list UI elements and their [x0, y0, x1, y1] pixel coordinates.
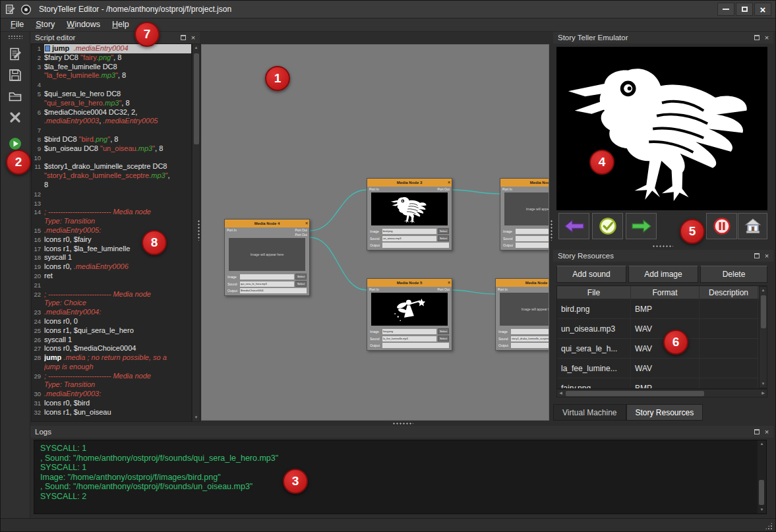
editor-line[interactable]: Type: Choice	[32, 299, 191, 308]
editor-line[interactable]: 28jump .media ; no return possible, so a	[32, 353, 191, 363]
forward-button[interactable]	[626, 213, 657, 239]
confirm-button[interactable]	[592, 213, 623, 239]
home-button[interactable]	[738, 213, 767, 239]
editor-line[interactable]: 21	[32, 281, 191, 290]
select-button[interactable]: Select	[438, 235, 449, 241]
editor-line[interactable]: 4	[32, 80, 191, 90]
maximize-button[interactable]	[736, 3, 753, 16]
scrollbar-thumb[interactable]	[761, 295, 766, 328]
splitter-handle[interactable]	[197, 220, 200, 241]
scroll-down-icon[interactable]: ▼	[760, 380, 767, 388]
add-sound-button[interactable]: Add sound	[556, 266, 626, 283]
script-editor-close-button[interactable]: ×	[189, 34, 197, 42]
delete-button[interactable]: Delete	[700, 266, 767, 283]
close-project-button[interactable]	[5, 107, 26, 127]
editor-line[interactable]: 8$bird DC8 "bird.png", 8	[32, 135, 191, 144]
editor-line[interactable]: "qui_sera_le_hero.mp3", 8	[32, 99, 191, 108]
editor-line[interactable]: 30.mediaEntry0003:	[32, 390, 191, 399]
close-button[interactable]: ×	[754, 3, 771, 16]
menu-file[interactable]: File	[5, 18, 30, 31]
graph-node-media-node-5[interactable]: Media Node 5×Port InPort OutImagefairy.p…	[367, 278, 452, 351]
titlebar[interactable]: StoryTeller Editor - /home/anthony/ostpr…	[1, 1, 775, 18]
editor-line[interactable]: 1jump .mediaEntry0004	[32, 44, 191, 53]
editor-line[interactable]: 23.mediaEntry0004:	[32, 308, 191, 317]
minimize-button[interactable]	[717, 3, 734, 16]
editor-line[interactable]: 29; -------------------------- Media nod…	[32, 372, 191, 381]
tab-virtual-machine[interactable]: Virtual Machine	[553, 404, 626, 421]
scroll-down-icon[interactable]: ▼	[758, 506, 766, 514]
editor-line[interactable]: 12	[32, 190, 191, 199]
select-button[interactable]: Select	[438, 328, 449, 334]
logs-float-button[interactable]	[753, 428, 761, 436]
node-close-icon[interactable]: ×	[305, 220, 308, 227]
editor-line[interactable]: 7	[32, 126, 191, 135]
scrollbar-thumb[interactable]	[759, 480, 764, 505]
column-header-format[interactable]: Format	[631, 286, 700, 299]
select-button[interactable]: Select	[438, 336, 449, 341]
editor-line[interactable]: 31lcons r0, $bird	[32, 399, 191, 408]
script-editor-float-button[interactable]	[179, 34, 187, 42]
menu-story[interactable]: Story	[30, 18, 61, 31]
node-close-icon[interactable]: ×	[448, 179, 450, 187]
graph-node-media-node-3[interactable]: Media Node 3×Port InPort OutImagebird.pn…	[367, 178, 452, 251]
table-row[interactable]: bird.pngBMP	[557, 299, 767, 319]
node-close-icon[interactable]: ×	[448, 279, 450, 287]
node-canvas[interactable]: Media Node 4×Port InPort OutPort OutImag…	[201, 44, 549, 421]
editor-line[interactable]: "story1_drako_luminelle_sceptre.mp3",	[32, 171, 191, 181]
scroll-up-icon[interactable]: ▲	[758, 440, 766, 448]
graph-node-media-node-6[interactable]: Media Node 6×Port InPort OutImage will a…	[495, 278, 549, 351]
editor-line[interactable]: Type: Transition	[32, 217, 191, 226]
scroll-up-icon[interactable]: ▲	[760, 287, 767, 294]
table-row[interactable]: un_oiseau.mp3WAV	[557, 319, 767, 339]
editor-line[interactable]: 20ret	[32, 272, 191, 281]
scroll-up-icon[interactable]: ▲	[193, 44, 200, 51]
editor-line[interactable]: 18syscall 1	[32, 253, 191, 262]
editor-line[interactable]: 22; -------------------------- Media nod…	[32, 290, 191, 299]
editor-line[interactable]: 24lcons r0, 0	[32, 317, 191, 326]
menu-help[interactable]: Help	[106, 18, 135, 31]
editor-line[interactable]: 11$story1_drako_luminelle_sceptre DC8	[32, 162, 191, 171]
editor-line[interactable]: 32lcons r1, $un_oiseau	[32, 408, 191, 417]
editor-line[interactable]: 2$fairy DC8 "fairy.png", 8	[32, 53, 191, 63]
save-button[interactable]	[5, 65, 26, 85]
menu-windows[interactable]: Windows	[61, 18, 106, 31]
scroll-down-icon[interactable]: ▼	[193, 414, 200, 421]
editor-line[interactable]: Type: Transition	[32, 380, 191, 390]
table-row[interactable]: qui_sera_le_h...WAV	[557, 339, 767, 359]
scrollbar-thumb[interactable]	[566, 391, 704, 396]
editor-line[interactable]: 14; -------------------------- Media nod…	[32, 208, 191, 217]
editor-line[interactable]: 17lcons r1, $la_fee_luminelle	[32, 245, 191, 254]
scroll-right-icon[interactable]: ▶	[760, 390, 767, 397]
editor-line[interactable]: 16lcons r0, $fairy	[32, 235, 191, 245]
graph-node-media-node-4[interactable]: Media Node 4×Port InPort OutPort OutImag…	[224, 219, 310, 296]
graph-node-media-node-2[interactable]: Media Node 2×Port InPort OutImage will a…	[500, 178, 549, 251]
editor-line[interactable]: jump is enough	[32, 363, 191, 372]
editor-line[interactable]: 10	[32, 154, 191, 163]
logs-console[interactable]: SYSCALL: 1, Sound: "/home/anthony/ostpro…	[34, 440, 767, 514]
editor-line[interactable]: 8	[32, 181, 191, 190]
tab-story-resources[interactable]: Story Resources	[626, 404, 703, 421]
pause-button[interactable]	[706, 213, 737, 239]
toolbar-drag-handle[interactable]	[8, 35, 22, 39]
editor-line[interactable]: 5$qui_sera_le_hero DC8	[32, 90, 191, 99]
resources-table-scrollbar[interactable]: ▲ ▼	[759, 286, 767, 388]
resize-grip[interactable]	[765, 522, 773, 530]
emulator-close-button[interactable]: ×	[763, 34, 771, 42]
resources-float-button[interactable]	[753, 252, 761, 260]
open-button[interactable]	[5, 86, 26, 106]
editor-line[interactable]: "la_fee_luminelle.mp3", 8	[32, 71, 191, 80]
resources-close-button[interactable]: ×	[763, 252, 771, 260]
scrollbar-thumb[interactable]	[194, 53, 199, 144]
splitter-handle[interactable]	[550, 220, 553, 241]
script-editor[interactable]: 1jump .mediaEntry00042$fairy DC8 "fairy.…	[31, 44, 192, 422]
back-button[interactable]	[558, 213, 589, 239]
editor-line[interactable]: 9$un_oiseau DC8 "un_oiseau.mp3", 8	[32, 144, 191, 154]
table-row[interactable]: fairy.pngBMP	[557, 378, 767, 389]
table-row[interactable]: la_fee_lumine...WAV	[557, 359, 767, 378]
logs-close-button[interactable]: ×	[763, 428, 771, 436]
column-header-file[interactable]: File	[557, 286, 631, 299]
column-header-description[interactable]: Description	[700, 286, 758, 299]
editor-line[interactable]: 13	[32, 199, 191, 208]
editor-line[interactable]: 15.mediaEntry0005:	[32, 226, 191, 235]
editor-line[interactable]: .mediaEntry0003, .mediaEntry0005	[32, 117, 191, 126]
